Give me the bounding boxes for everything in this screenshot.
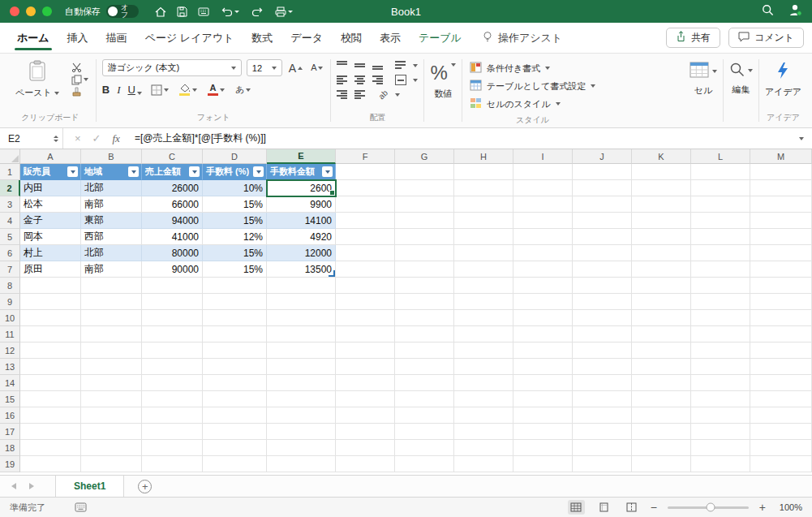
- cell-I19[interactable]: [513, 456, 573, 472]
- cell-A12[interactable]: [20, 343, 81, 359]
- cell-M18[interactable]: [750, 440, 812, 456]
- cell-G9[interactable]: [395, 294, 454, 310]
- cell-B10[interactable]: [81, 310, 142, 326]
- cell-H17[interactable]: [454, 424, 513, 440]
- cell-D10[interactable]: [203, 310, 267, 326]
- row-header-10[interactable]: 10: [0, 310, 20, 326]
- cell-H3[interactable]: [454, 196, 513, 213]
- cell-H16[interactable]: [454, 407, 513, 424]
- column-header-J[interactable]: J: [573, 149, 632, 164]
- cell-H1[interactable]: [454, 164, 513, 180]
- cell-B1[interactable]: 地域: [81, 164, 142, 180]
- cell-F3[interactable]: [336, 196, 395, 213]
- font-name-select[interactable]: 游ゴシック (本文): [102, 59, 242, 76]
- row-header-1[interactable]: 1: [0, 164, 20, 180]
- editing-button[interactable]: 編集: [729, 62, 753, 96]
- cell-J14[interactable]: [573, 375, 632, 391]
- cell-E13[interactable]: [267, 359, 336, 375]
- name-box[interactable]: E2: [0, 128, 63, 149]
- undo-dropdown-icon[interactable]: [234, 11, 239, 13]
- cell-G3[interactable]: [395, 196, 454, 213]
- cell-C4[interactable]: 94000: [142, 213, 203, 229]
- cell-E6[interactable]: 12000: [267, 245, 336, 261]
- cell-H7[interactable]: [454, 261, 513, 278]
- cell-G6[interactable]: [395, 245, 454, 261]
- cell-E19[interactable]: [267, 456, 336, 472]
- cell-F4[interactable]: [336, 213, 395, 229]
- cell-B14[interactable]: [81, 375, 142, 391]
- cell-M19[interactable]: [750, 456, 812, 472]
- tab-テーブル[interactable]: テーブル: [410, 23, 470, 53]
- cell-D8[interactable]: [203, 278, 267, 294]
- cell-D4[interactable]: 15%: [203, 213, 267, 229]
- cell-G16[interactable]: [395, 407, 454, 424]
- cell-C6[interactable]: 80000: [142, 245, 203, 261]
- cell-K14[interactable]: [632, 375, 691, 391]
- cell-M12[interactable]: [750, 343, 812, 359]
- cell-D5[interactable]: 12%: [203, 229, 267, 245]
- cell-E15[interactable]: [267, 391, 336, 407]
- chevron-down-icon[interactable]: [395, 93, 400, 97]
- paste-dropdown-icon[interactable]: [54, 92, 59, 95]
- print-button[interactable]: [273, 6, 294, 17]
- cell-L17[interactable]: [691, 424, 750, 440]
- cell-A19[interactable]: [20, 456, 81, 472]
- cancel-icon[interactable]: ×: [75, 132, 81, 144]
- cell-A16[interactable]: [20, 407, 81, 424]
- conditional-formatting-button[interactable]: 条件付き書式: [468, 59, 598, 77]
- home-icon[interactable]: [155, 6, 166, 17]
- italic-button[interactable]: I: [117, 84, 120, 95]
- zoom-slider-knob[interactable]: [706, 503, 715, 512]
- cell-I8[interactable]: [513, 278, 573, 294]
- comments-button[interactable]: コメント: [728, 28, 804, 48]
- cell-J10[interactable]: [573, 310, 632, 326]
- increase-indent-icon[interactable]: [354, 89, 366, 100]
- cell-K1[interactable]: [632, 164, 691, 180]
- cell-J19[interactable]: [573, 456, 632, 472]
- cell-B11[interactable]: [81, 326, 142, 343]
- cell-B17[interactable]: [81, 424, 142, 440]
- cell-A11[interactable]: [20, 326, 81, 343]
- tab-校閲[interactable]: 校閲: [332, 23, 371, 53]
- cell-M5[interactable]: [750, 229, 812, 245]
- column-header-C[interactable]: C: [142, 149, 203, 164]
- row-header-5[interactable]: 5: [0, 229, 20, 245]
- align-middle-icon[interactable]: [354, 60, 366, 71]
- cell-G11[interactable]: [395, 326, 454, 343]
- row-header-2[interactable]: 2: [0, 180, 20, 196]
- cell-D18[interactable]: [203, 440, 267, 456]
- cell-A17[interactable]: [20, 424, 81, 440]
- cell-C1[interactable]: 売上金額: [142, 164, 203, 180]
- cell-D6[interactable]: 15%: [203, 245, 267, 261]
- cell-M13[interactable]: [750, 359, 812, 375]
- text-orientation-icon[interactable]: ab: [378, 88, 390, 101]
- cell-C18[interactable]: [142, 440, 203, 456]
- filter-dropdown-A[interactable]: [67, 166, 78, 177]
- cell-D12[interactable]: [203, 343, 267, 359]
- cell-G5[interactable]: [395, 229, 454, 245]
- cell-L14[interactable]: [691, 375, 750, 391]
- cell-F13[interactable]: [336, 359, 395, 375]
- cell-C16[interactable]: [142, 407, 203, 424]
- cell-B12[interactable]: [81, 343, 142, 359]
- page-break-view-button[interactable]: [623, 500, 640, 515]
- share-button[interactable]: 共有: [666, 28, 720, 48]
- cell-G17[interactable]: [395, 424, 454, 440]
- cell-E10[interactable]: [267, 310, 336, 326]
- cell-J9[interactable]: [573, 294, 632, 310]
- cell-E16[interactable]: [267, 407, 336, 424]
- cell-L9[interactable]: [691, 294, 750, 310]
- cell-D16[interactable]: [203, 407, 267, 424]
- cell-J16[interactable]: [573, 407, 632, 424]
- cell-G10[interactable]: [395, 310, 454, 326]
- cell-K19[interactable]: [632, 456, 691, 472]
- row-header-17[interactable]: 17: [0, 424, 20, 440]
- cell-F14[interactable]: [336, 375, 395, 391]
- cell-E1[interactable]: 手数料金額: [267, 164, 336, 180]
- tab-挿入[interactable]: 挿入: [58, 23, 97, 53]
- insert-function-icon[interactable]: fx: [113, 132, 120, 145]
- cell-I13[interactable]: [513, 359, 573, 375]
- tellme-button[interactable]: 操作アシスト: [482, 31, 562, 45]
- cell-A2[interactable]: 内田: [20, 180, 81, 196]
- cell-B2[interactable]: 北部: [81, 180, 142, 196]
